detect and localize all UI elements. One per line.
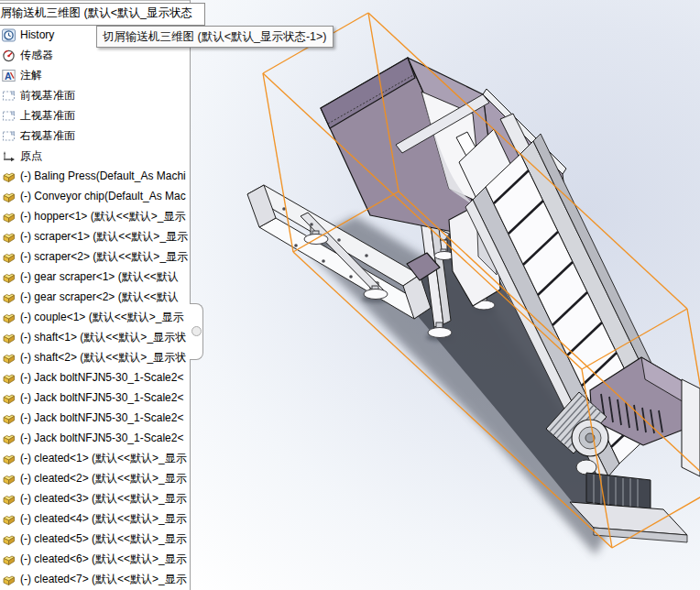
tree-item[interactable]: (-) cleated<1> (默认<<默认>_显示 bbox=[0, 448, 190, 468]
panel-top-edge bbox=[0, 0, 191, 1]
tree-item[interactable]: (-) Jack boltNFJN5-30_1-Scale2< bbox=[0, 428, 190, 448]
tree-item[interactable]: 原点 bbox=[0, 146, 190, 166]
history-icon bbox=[2, 28, 16, 42]
tree-item[interactable]: (-) cleated<3> (默认<<默认>_显示 bbox=[0, 488, 190, 508]
part-icon bbox=[2, 351, 16, 365]
graphics-viewport[interactable] bbox=[191, 0, 700, 590]
tooltip: 切屑输送机三维图 (默认<默认_显示状态-1>) bbox=[96, 26, 334, 48]
tree-item[interactable]: (-) shaft<1> (默认<<默认>_显示状 bbox=[0, 327, 190, 347]
tree-item[interactable]: (-) cleated<5> (默认<<默认>_显示 bbox=[0, 529, 190, 549]
part-icon bbox=[2, 532, 16, 546]
part-icon bbox=[2, 210, 16, 224]
part-icon bbox=[2, 190, 16, 203]
part-icon bbox=[2, 492, 16, 506]
part-icon bbox=[2, 512, 16, 526]
tree-item[interactable]: (-) scraper<2> (默认<<默认>_显示 bbox=[0, 246, 190, 267]
origin-icon bbox=[2, 149, 16, 163]
plane-icon bbox=[2, 89, 16, 103]
part-icon bbox=[2, 230, 16, 244]
part-icon bbox=[2, 371, 16, 385]
part-icon bbox=[2, 432, 16, 445]
part-icon bbox=[2, 391, 16, 405]
tree-item[interactable]: 上视基准面 bbox=[0, 105, 190, 126]
tree-item[interactable]: (-) gear scraper<2> (默认<<默认 bbox=[0, 287, 190, 307]
splitter-dot-icon bbox=[191, 326, 202, 336]
part-icon bbox=[2, 411, 16, 425]
annotation-icon: A bbox=[2, 69, 16, 82]
plane-icon bbox=[2, 109, 16, 123]
sensor-icon bbox=[2, 49, 16, 62]
svg-text:A: A bbox=[5, 70, 12, 81]
tree-item[interactable]: (-) cleated<7> (默认<<默认>_显示 bbox=[0, 569, 190, 589]
tree-item[interactable]: (-) Baling Press(Default_As Machi bbox=[0, 166, 190, 186]
tree-item[interactable]: (-) scraper<1> (默认<<默认>_显示 bbox=[0, 226, 190, 246]
part-icon bbox=[2, 331, 16, 344]
tree-item[interactable]: 传感器 bbox=[0, 45, 190, 65]
part-icon bbox=[2, 472, 16, 486]
feature-manager-tree: History 传感器 A 注解 前视基准面 上视基准面 右视基准面 原点 bbox=[0, 0, 191, 590]
tree-rows: History 传感器 A 注解 前视基准面 上视基准面 右视基准面 原点 bbox=[0, 25, 190, 589]
tree-item[interactable]: (-) couple<1> (默认<<默认>_显示 bbox=[0, 307, 190, 327]
tree-item[interactable]: (-) gear scraper<1> (默认<<默认 bbox=[0, 267, 190, 287]
tree-root-item[interactable]: 切屑输送机三维图 (默认<默认_显示状态 bbox=[0, 3, 205, 26]
tree-item[interactable]: 前视基准面 bbox=[0, 85, 190, 105]
tree-item[interactable]: (-) cleated<6> (默认<<默认>_显示 bbox=[0, 549, 190, 569]
part-icon bbox=[2, 290, 16, 304]
plane-icon bbox=[2, 129, 16, 143]
part-icon bbox=[2, 552, 16, 566]
tree-item[interactable]: (-) cleated<2> (默认<<默认>_显示 bbox=[0, 468, 190, 488]
tree-item[interactable]: (-) Jack boltNFJN5-30_1-Scale2< bbox=[0, 408, 190, 428]
tree-item[interactable]: (-) shaft<2> (默认<<默认>_显示状 bbox=[0, 347, 190, 367]
tree-item[interactable]: A 注解 bbox=[0, 65, 190, 85]
tree-item[interactable]: 右视基准面 bbox=[0, 126, 190, 146]
part-icon bbox=[2, 573, 16, 586]
tree-item[interactable]: (-) Conveyor chip(Default_As Mac bbox=[0, 186, 190, 206]
model-canvas bbox=[191, 0, 700, 590]
part-icon bbox=[2, 311, 16, 324]
part-icon bbox=[2, 452, 16, 465]
tree-item[interactable]: (-) Jack boltNFJN5-30_1-Scale2< bbox=[0, 388, 190, 408]
tree-item[interactable]: (-) hopper<1> (默认<<默认>_显示 bbox=[0, 206, 190, 226]
solidworks-window: History 传感器 A 注解 前视基准面 上视基准面 右视基准面 原点 bbox=[0, 0, 700, 590]
tree-item[interactable]: (-) Jack boltNFJN5-30_1-Scale2< bbox=[0, 367, 190, 388]
tree-item[interactable]: (-) cleated<4> (默认<<默认>_显示 bbox=[0, 508, 190, 529]
part-icon bbox=[2, 270, 16, 284]
part-icon bbox=[2, 250, 16, 264]
part-icon bbox=[2, 169, 16, 183]
panel-splitter-handle[interactable] bbox=[190, 303, 203, 360]
